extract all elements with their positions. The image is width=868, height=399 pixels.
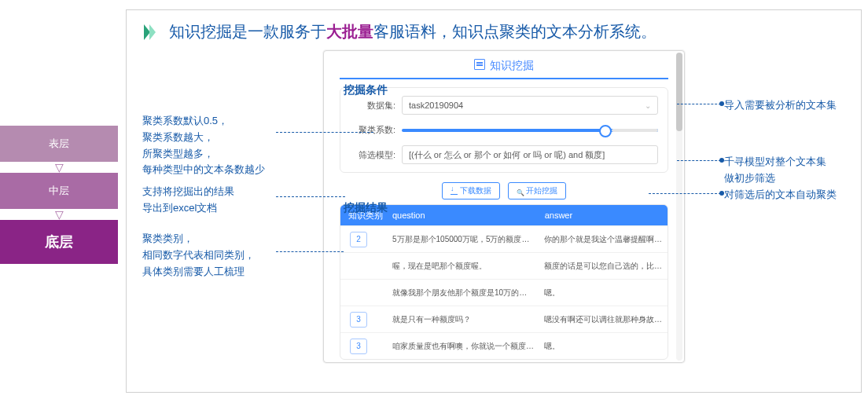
category-tag[interactable]: 3 bbox=[350, 312, 367, 328]
layer-bot[interactable]: 底层 bbox=[0, 220, 118, 264]
annotation-filter: 千寻模型对整个文本集 做初步筛选 bbox=[724, 154, 850, 187]
cell-question: 喔，现在是吧那个额度喔。 bbox=[388, 258, 539, 275]
annotation-coef: 聚类系数默认0.5， 聚类系数越大， 所聚类型越多， 每种类型中的文本条数越少 bbox=[142, 113, 300, 178]
cell-question: 就像我那个朋友他那个额度是10万的哺… bbox=[388, 284, 539, 302]
dataset-label: 数据集: bbox=[350, 100, 395, 112]
table-header: 知识类别 question answer bbox=[340, 205, 668, 225]
connector-line bbox=[276, 132, 373, 133]
annotation-cluster: 对筛选后的文本自动聚类 bbox=[724, 187, 850, 203]
connector-line bbox=[677, 160, 721, 161]
coef-label: 聚类系数: bbox=[350, 124, 395, 136]
category-tag[interactable]: 2 bbox=[350, 232, 367, 247]
bullet-icon bbox=[719, 191, 724, 196]
annotation-category: 聚类类别， 相同数字代表相同类别， 具体类别需要人工梳理 bbox=[142, 231, 300, 280]
title-pre: 知识挖掘是一款服务于 bbox=[169, 23, 326, 40]
cell-question: 5万那是那个105000万呢，5万的额度对… bbox=[388, 231, 539, 248]
table-row: 3 咱家质量度也有啊噢，你就说一个额度吗？ 嗯。 bbox=[340, 332, 668, 359]
app-header: 知识挖掘 bbox=[340, 51, 668, 79]
cell-question: 就是只有一种额度吗？ bbox=[388, 311, 539, 328]
document-icon bbox=[474, 59, 485, 70]
annotation-import: 导入需要被分析的文本集 bbox=[724, 97, 850, 114]
slide-title: 知识挖掘是一款服务于大批量客服语料，知识点聚类的文本分析系统。 bbox=[142, 21, 845, 42]
cell-answer: 嗯。 bbox=[539, 284, 668, 302]
dataset-value: task20190904 bbox=[409, 101, 463, 110]
chevron-down-icon: ⌄ bbox=[645, 101, 651, 110]
bullet-icon bbox=[719, 101, 724, 106]
mining-conditions-form: 数据集: task20190904 ⌄ 聚类系数: 筛选模型: [(什么 or … bbox=[340, 87, 668, 173]
arrow-down-icon: ▽ bbox=[0, 210, 118, 218]
section-label-results: 挖掘结果 bbox=[344, 201, 388, 215]
filter-value: [(什么 or 怎么 or 那个 or 如何 or 吗 or 呢) and 额度… bbox=[409, 149, 605, 161]
app-title: 知识挖掘 bbox=[490, 59, 534, 73]
connector-line bbox=[276, 251, 344, 252]
dataset-select[interactable]: task20190904 ⌄ bbox=[402, 96, 658, 115]
slide-frame: 知识挖掘是一款服务于大批量客服语料，知识点聚类的文本分析系统。 挖掘条件 挖掘结… bbox=[126, 9, 862, 393]
download-label: 下载数据 bbox=[460, 185, 491, 196]
connector-line bbox=[677, 104, 721, 104]
connector-line bbox=[276, 196, 345, 197]
bullet-icon bbox=[719, 158, 724, 163]
content-area: 挖掘条件 挖掘结果 知识挖掘 数据集: task20190904 ⌄ 聚类系数: bbox=[142, 50, 845, 380]
table-row: 喔，现在是吧那个额度喔。 额度的话是可以您自己选的，比如说你… bbox=[340, 252, 668, 279]
cell-answer: 嗯没有啊还可以调往就那种身故跟残疾… bbox=[539, 311, 668, 328]
category-tag[interactable]: 3 bbox=[350, 339, 367, 354]
scrollbar-thumb[interactable] bbox=[676, 53, 682, 131]
table-row: 3 就是只有一种额度吗？ 嗯没有啊还可以调往就那种身故跟残疾… bbox=[340, 306, 668, 332]
layer-top[interactable]: 表层 bbox=[0, 126, 118, 162]
table-row: 就像我那个朋友他那个额度是10万的哺… 嗯。 bbox=[340, 279, 668, 306]
connector-line bbox=[649, 193, 721, 194]
section-label-conditions: 挖掘条件 bbox=[344, 83, 388, 97]
cell-answer: 额度的话是可以您自己选的，比如说你… bbox=[539, 258, 668, 275]
layer-mid[interactable]: 中层 bbox=[0, 173, 118, 209]
layer-sidebar: 表层 ▽ 中层 ▽ 底层 bbox=[0, 126, 118, 265]
cell-question: 咱家质量度也有啊噢，你就说一个额度吗？ bbox=[388, 338, 539, 355]
arrow-down-icon: ▽ bbox=[0, 163, 118, 171]
th-question: question bbox=[388, 210, 540, 220]
title-post: 客服语料，知识点聚类的文本分析系统。 bbox=[373, 23, 657, 40]
table-row: 2 5万那是那个105000万呢，5万的额度对… 你的那个就是我这个温馨提醒啊，… bbox=[340, 225, 668, 252]
results-table: 知识类别 question answer 2 5万那是那个105000万呢，5万… bbox=[340, 204, 668, 360]
cluster-coef-slider[interactable] bbox=[402, 129, 658, 132]
filter-label: 筛选模型: bbox=[350, 149, 395, 161]
annotation-export: 支持将挖掘出的结果 导出到excel文档 bbox=[142, 184, 300, 217]
download-icon bbox=[451, 188, 458, 195]
chevron-right-icon bbox=[142, 23, 161, 42]
start-label: 开始挖掘 bbox=[526, 185, 557, 196]
th-answer: answer bbox=[540, 210, 668, 220]
filter-model-input[interactable]: [(什么 or 怎么 or 那个 or 如何 or 吗 or 呢) and 额度… bbox=[402, 145, 658, 164]
search-icon bbox=[517, 188, 524, 195]
title-em: 大批量 bbox=[326, 23, 373, 40]
cell-answer: 嗯。 bbox=[539, 338, 668, 355]
download-button[interactable]: 下载数据 bbox=[442, 182, 500, 200]
start-mining-button[interactable]: 开始挖掘 bbox=[508, 182, 566, 200]
cell-answer: 你的那个就是我这个温馨提醒啊，就是… bbox=[539, 231, 668, 248]
